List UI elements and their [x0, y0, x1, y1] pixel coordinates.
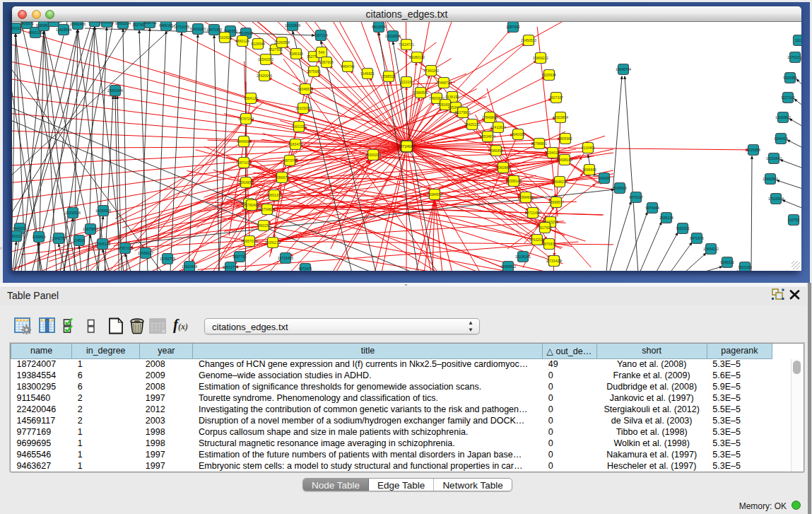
svg-text:114519: 114519	[73, 238, 86, 243]
svg-text:6443001: 6443001	[13, 226, 27, 230]
svg-text:47468723: 47468723	[436, 81, 452, 85]
svg-text:95931034: 95931034	[115, 22, 131, 25]
svg-text:8186328: 8186328	[289, 52, 303, 56]
svg-text:1588520: 1588520	[382, 74, 396, 78]
svg-text:8454749: 8454749	[341, 64, 355, 69]
svg-text:0564139: 0564139	[244, 96, 258, 100]
svg-text:19218506: 19218506	[385, 34, 401, 38]
svg-text:86872774: 86872774	[223, 265, 238, 269]
svg-text:16648764: 16648764	[616, 67, 631, 71]
svg-text:77360260: 77360260	[423, 69, 439, 73]
svg-text:9129544: 9129544	[251, 42, 265, 46]
svg-text:15136141: 15136141	[515, 255, 531, 259]
svg-text:9329966: 9329966	[783, 76, 797, 80]
svg-text:8813054: 8813054	[372, 25, 386, 29]
svg-text:7163822: 7163822	[218, 35, 232, 40]
svg-text:9146821: 9146821	[360, 71, 375, 76]
svg-text:12942757: 12942757	[51, 236, 66, 240]
svg-text:72624731: 72624731	[399, 42, 414, 47]
svg-text:6466160: 6466160	[159, 23, 173, 28]
svg-text:3875685: 3875685	[307, 69, 321, 74]
svg-text:15692901: 15692901	[763, 177, 778, 181]
svg-text:1733426: 1733426	[547, 259, 561, 263]
svg-text:116753: 116753	[788, 218, 800, 222]
svg-text:62704828: 62704828	[259, 207, 275, 211]
svg-text:15751074: 15751074	[787, 55, 801, 59]
svg-text:1607337: 1607337	[549, 95, 563, 100]
svg-text:4586850: 4586850	[489, 148, 503, 153]
svg-text:15716485: 15716485	[278, 256, 293, 260]
svg-text:8660124: 8660124	[235, 39, 249, 43]
svg-text:30391171: 30391171	[265, 240, 281, 245]
svg-text:42786801: 42786801	[531, 141, 547, 146]
svg-text:16033809: 16033809	[285, 23, 300, 28]
svg-text:9657791: 9657791	[233, 255, 247, 259]
svg-text:55698169: 55698169	[557, 158, 572, 162]
svg-text:2805982: 2805982	[558, 136, 572, 141]
svg-text:9227342: 9227342	[781, 95, 795, 100]
svg-text:7632621: 7632621	[676, 226, 690, 230]
svg-text:10654112: 10654112	[703, 247, 719, 251]
svg-text:22782489: 22782489	[244, 203, 259, 207]
svg-text:17016504: 17016504	[768, 197, 784, 201]
svg-text:13315098: 13315098	[295, 106, 311, 110]
svg-text:12923448: 12923448	[182, 264, 197, 269]
svg-text:53419283: 53419283	[190, 27, 206, 31]
svg-text:1112: 1112	[795, 38, 801, 42]
svg-text:1156819: 1156819	[32, 235, 45, 239]
svg-text:80957015: 80957015	[242, 239, 257, 243]
svg-text:17957225: 17957225	[117, 246, 133, 250]
svg-text:43699577: 43699577	[548, 200, 564, 204]
svg-text:16210643: 16210643	[766, 156, 782, 160]
svg-text:32871012: 32871012	[236, 160, 252, 165]
svg-text:4873471: 4873471	[298, 267, 312, 271]
svg-text:93534874: 93534874	[480, 134, 495, 139]
svg-text:164095: 164095	[599, 176, 611, 180]
svg-text:61595148: 61595148	[506, 179, 522, 183]
svg-text:14359926: 14359926	[95, 209, 111, 213]
svg-text:9301031: 9301031	[292, 124, 306, 129]
svg-text:16782759: 16782759	[160, 257, 175, 261]
svg-text:38425135: 38425135	[464, 122, 480, 127]
svg-text:5183473: 5183473	[288, 142, 302, 146]
svg-text:65648236: 65648236	[552, 180, 567, 184]
svg-text:20691406: 20691406	[70, 22, 86, 26]
svg-text:4294019: 4294019	[546, 151, 560, 155]
svg-text:10719155: 10719155	[174, 25, 189, 29]
svg-text:8471676: 8471676	[690, 236, 704, 240]
svg-text:38721489: 38721489	[525, 211, 541, 215]
svg-text:8215958: 8215958	[746, 148, 760, 152]
svg-text:2935134: 2935134	[659, 216, 673, 220]
svg-text:10975857: 10975857	[83, 227, 98, 231]
svg-text:27849808: 27849808	[482, 115, 498, 119]
svg-text:22203: 22203	[401, 80, 411, 84]
svg-text:4893252: 4893252	[257, 223, 271, 228]
svg-text:81080132: 81080132	[409, 55, 425, 59]
svg-text:9699695: 9699695	[582, 168, 596, 172]
svg-text:43455812: 43455812	[500, 264, 516, 269]
svg-text:7357224: 7357224	[314, 33, 328, 37]
svg-text:29973763: 29973763	[282, 158, 298, 163]
svg-text:20206526: 20206526	[65, 211, 81, 215]
svg-text:3910117: 3910117	[12, 234, 23, 238]
svg-text:2367608: 2367608	[319, 60, 334, 64]
svg-text:10958117: 10958117	[138, 251, 153, 255]
svg-text:6479197: 6479197	[629, 195, 643, 199]
svg-text:9245032: 9245032	[720, 260, 734, 264]
svg-text:546: 546	[319, 50, 325, 54]
svg-text:9115460: 9115460	[581, 146, 594, 150]
svg-text:10543392: 10543392	[258, 57, 273, 62]
svg-text:15300203: 15300203	[365, 153, 381, 157]
svg-text:7917693: 7917693	[538, 226, 552, 230]
svg-text:22260558: 22260558	[274, 40, 290, 45]
svg-text:9474444: 9474444	[645, 206, 659, 210]
svg-text:18724007: 18724007	[398, 144, 416, 148]
svg-text:11615594: 11615594	[56, 28, 71, 32]
svg-text:38346578: 38346578	[298, 87, 313, 91]
svg-text:51079911: 51079911	[455, 110, 471, 115]
svg-text:26916697: 26916697	[238, 180, 254, 185]
svg-text:19384554: 19384554	[427, 192, 442, 197]
svg-text:12905135: 12905135	[95, 242, 110, 246]
svg-text:10651333: 10651333	[266, 193, 282, 197]
svg-text:1656670: 1656670	[275, 175, 289, 180]
